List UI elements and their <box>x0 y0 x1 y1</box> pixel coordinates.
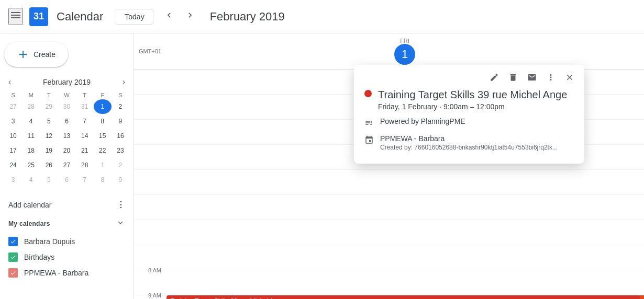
app-logo: 31 <box>29 7 48 26</box>
day-number[interactable]: 1 <box>394 44 415 65</box>
mini-cal-day[interactable]: 8 <box>94 172 112 187</box>
time-row <box>134 170 644 195</box>
mini-cal-day[interactable]: 13 <box>58 129 75 143</box>
mini-cal-day[interactable]: 8 <box>94 114 112 129</box>
my-calendars-section[interactable]: My calendars <box>4 214 129 234</box>
mini-cal-day[interactable]: 19 <box>40 143 58 158</box>
mini-cal-day[interactable]: 28 <box>22 99 40 114</box>
mini-cal-day[interactable]: 3 <box>4 172 22 187</box>
add-calendar-row[interactable]: Add calendar ⋮ <box>4 196 129 214</box>
calendar-sub: Created by: 766016052688-bnkashr90ktj1ia… <box>380 144 558 151</box>
app-title: Calendar <box>57 10 103 24</box>
time-row: 8 AM <box>134 270 644 295</box>
mini-cal-day[interactable]: 5 <box>40 172 58 187</box>
calendar-name: PPMEWA - Barbara <box>380 134 558 143</box>
mini-cal-day[interactable]: 10 <box>4 129 22 143</box>
mini-cal-day[interactable]: 2 <box>112 158 129 172</box>
mini-cal-day[interactable]: 6 <box>58 172 75 187</box>
create-button[interactable]: Create <box>4 42 68 67</box>
mini-cal-day-header: T <box>40 91 58 99</box>
main-layout: Create ‹ February 2019 › SMTWTFS 2728293… <box>0 33 644 299</box>
mini-cal-day[interactable]: 4 <box>22 114 40 129</box>
current-month-title: February 2019 <box>210 10 285 24</box>
popup-more-button[interactable] <box>542 69 559 86</box>
popup-edit-button[interactable] <box>486 69 503 86</box>
popup-email-button[interactable] <box>524 69 540 86</box>
calendar-items: Barbara DupuisBirthdaysPPMEWA - Barbara <box>4 234 129 281</box>
event-block[interactable]: Training Target Skills 39 rue Michel Ang… <box>166 295 641 299</box>
calendar-checkbox <box>8 252 18 262</box>
mini-cal-day[interactable]: 1 <box>94 158 112 172</box>
mini-cal-day[interactable]: 27 <box>58 158 75 172</box>
mini-cal-day[interactable]: 20 <box>58 143 75 158</box>
popup-delete-button[interactable] <box>505 69 521 86</box>
day-header: GMT+01 FRI 1 <box>134 33 644 70</box>
calendar-name: PPMEWA - Barbara <box>24 269 88 277</box>
mini-cal-day[interactable]: 3 <box>4 114 22 129</box>
mini-cal-day[interactable]: 28 <box>76 158 94 172</box>
mini-calendar: ‹ February 2019 › SMTWTFS 27282930311234… <box>4 75 129 187</box>
calendar-item[interactable]: PPMEWA - Barbara <box>4 265 129 281</box>
mini-cal-day-header: S <box>4 91 22 99</box>
calendar-item[interactable]: Barbara Dupuis <box>4 234 129 249</box>
my-calendars-chevron <box>116 218 125 229</box>
gmt-label: GMT+01 <box>134 48 165 54</box>
mini-cal-day[interactable]: 5 <box>40 114 58 129</box>
calendar-name: Birthdays <box>24 253 54 261</box>
calendar-name: Barbara Dupuis <box>24 237 75 246</box>
time-label: 8 AM <box>134 267 165 273</box>
mini-cal-day[interactable]: 30 <box>58 99 75 114</box>
mini-cal-prev[interactable]: ‹ <box>8 77 11 87</box>
time-row <box>134 245 644 270</box>
mini-cal-day[interactable]: 24 <box>4 158 22 172</box>
mini-cal-day-header: F <box>94 91 112 99</box>
prev-month-button[interactable] <box>160 8 179 25</box>
mini-cal-day[interactable]: 11 <box>22 129 40 143</box>
day-name: FRI <box>400 38 409 44</box>
mini-cal-day[interactable]: 4 <box>22 172 40 187</box>
mini-cal-day[interactable]: 1 <box>94 99 112 114</box>
menu-button[interactable] <box>8 8 23 25</box>
popup-event-row: Training Target Skills 39 rue Michel Ang… <box>364 88 574 111</box>
mini-cal-day[interactable]: 18 <box>22 143 40 158</box>
mini-cal-day[interactable]: 27 <box>4 99 22 114</box>
mini-cal-day-header: M <box>22 91 40 99</box>
mini-cal-day[interactable]: 14 <box>76 129 94 143</box>
mini-cal-day[interactable]: 26 <box>40 158 58 172</box>
add-calendar-label: Add calendar <box>8 201 52 209</box>
popup-description: Powered by PlanningPME <box>380 117 465 125</box>
mini-cal-day-header: W <box>58 91 75 99</box>
popup-header <box>354 65 584 88</box>
mini-cal-day[interactable]: 23 <box>112 143 129 158</box>
mini-cal-day[interactable]: 6 <box>58 114 75 129</box>
popup-event-time-range: 9:00am – 12:00pm <box>443 102 505 111</box>
next-month-button[interactable] <box>181 8 199 25</box>
mini-cal-next[interactable]: › <box>123 77 125 87</box>
create-label: Create <box>34 50 55 59</box>
mini-cal-day[interactable]: 22 <box>94 143 112 158</box>
calendar-item[interactable]: Birthdays <box>4 249 129 265</box>
mini-cal-day-header: S <box>112 91 129 99</box>
popup-close-button[interactable] <box>561 69 578 86</box>
mini-cal-day[interactable]: 7 <box>76 172 94 187</box>
add-calendar-more-icon: ⋮ <box>117 200 125 210</box>
mini-cal-day[interactable]: 2 <box>112 99 129 114</box>
popup-calendar-row: PPMEWA - Barbara Created by: 76601605268… <box>364 134 574 151</box>
mini-cal-day[interactable]: 9 <box>112 172 129 187</box>
day-column-header: FRI 1 <box>165 38 644 65</box>
mini-cal-day[interactable]: 29 <box>40 99 58 114</box>
mini-cal-day[interactable]: 15 <box>94 129 112 143</box>
mini-cal-title: February 2019 <box>43 78 91 86</box>
mini-cal-day[interactable]: 25 <box>22 158 40 172</box>
mini-cal-day[interactable]: 9 <box>112 114 129 129</box>
mini-cal-day[interactable]: 21 <box>76 143 94 158</box>
topbar: 31 Calendar Today February 2019 <box>0 0 644 33</box>
mini-cal-day[interactable]: 7 <box>76 114 94 129</box>
today-button[interactable]: Today <box>116 9 153 25</box>
calendar-checkbox <box>8 237 18 246</box>
mini-cal-day[interactable]: 17 <box>4 143 22 158</box>
mini-cal-day[interactable]: 12 <box>40 129 58 143</box>
mini-cal-day[interactable]: 31 <box>76 99 94 114</box>
time-label: 9 AM <box>134 292 165 298</box>
mini-cal-day[interactable]: 16 <box>112 129 129 143</box>
